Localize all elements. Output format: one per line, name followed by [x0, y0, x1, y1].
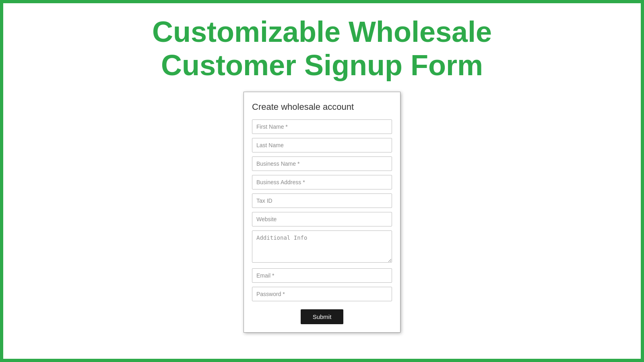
- website-input[interactable]: [252, 212, 392, 226]
- page-wrapper: Customizable Wholesale Customer Signup F…: [3, 3, 641, 359]
- last-name-input[interactable]: [252, 138, 392, 152]
- email-input[interactable]: [252, 268, 392, 283]
- form-heading: Create wholesale account: [252, 102, 392, 112]
- submit-button[interactable]: Submit: [301, 309, 344, 324]
- page-title: Customizable Wholesale Customer Signup F…: [152, 15, 492, 82]
- additional-info-textarea[interactable]: [252, 230, 392, 263]
- first-name-input[interactable]: [252, 119, 392, 134]
- tax-id-input[interactable]: [252, 193, 392, 208]
- business-name-input[interactable]: [252, 156, 392, 171]
- password-input[interactable]: [252, 287, 392, 301]
- business-address-input[interactable]: [252, 175, 392, 189]
- form-card: Create wholesale account Submit: [244, 92, 400, 333]
